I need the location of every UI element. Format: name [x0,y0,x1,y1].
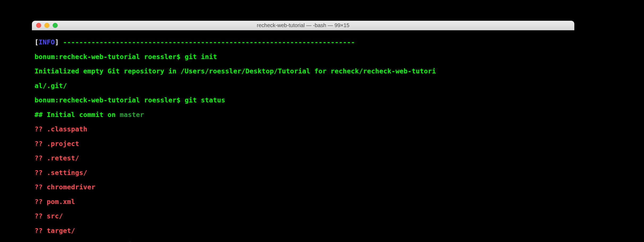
untracked-file: pom.xml [47,198,75,206]
window-title: recheck-web-tutorial — -bash — 99×15 [32,22,574,28]
untracked-file: .retest/ [47,154,79,162]
untracked-row: ?? target/ [35,227,572,234]
untracked-prefix: ?? [35,169,47,177]
untracked-row: ?? chromedriver [35,183,572,191]
bracket-close: ] [55,38,59,46]
prompt-symbol: $ [177,53,181,61]
command-git-init: git init [185,53,217,61]
minimize-icon[interactable] [44,23,49,28]
untracked-file: chromedriver [47,183,95,191]
untracked-prefix: ?? [35,227,47,235]
prompt-dir: recheck-web-tutorial [59,96,140,104]
untracked-row: ?? src/ [35,212,572,220]
prompt-line-2: bonum:recheck-web-tutorial roessler$ git… [35,97,572,104]
untracked-row: ?? .project [35,140,572,147]
status-header-prefix: ## Initial commit on [35,111,120,119]
untracked-row: ?? .retest/ [35,155,572,162]
untracked-file: src/ [47,212,63,220]
untracked-prefix: ?? [35,212,47,220]
command-git-status: git status [185,96,225,104]
prompt-symbol: $ [177,96,181,104]
prompt-host: bonum [35,53,55,61]
status-header: ## Initial commit on master [35,111,572,118]
untracked-file: .project [47,140,79,148]
untracked-prefix: ?? [35,140,47,148]
prompt-dir: recheck-web-tutorial [59,53,140,61]
titlebar: recheck-web-tutorial — -bash — 99×15 [32,21,574,30]
info-dashes: ----------------------------------------… [63,38,355,46]
info-line: [INFO] ---------------------------------… [35,39,572,46]
prompt-line-1: bonum:recheck-web-tutorial roessler$ git… [35,53,572,60]
terminal-window: recheck-web-tutorial — -bash — 99×15 [IN… [32,21,574,242]
untracked-file: target/ [47,227,75,235]
close-icon[interactable] [36,23,41,28]
zoom-icon[interactable] [53,23,58,28]
info-label: INFO [39,38,55,46]
untracked-prefix: ?? [35,125,47,133]
bracket-open: [ [35,38,39,46]
status-branch: master [120,111,144,119]
untracked-prefix: ?? [35,183,47,191]
output-init-2: al/.git/ [35,82,572,89]
prompt-host: bonum [35,96,55,104]
untracked-file: .classpath [47,125,87,133]
traffic-lights [32,23,58,28]
untracked-row: ?? pom.xml [35,198,572,205]
terminal-body[interactable]: [INFO] ---------------------------------… [32,30,574,242]
untracked-row: ?? .settings/ [35,169,572,176]
untracked-prefix: ?? [35,198,47,206]
untracked-file: .settings/ [47,169,87,177]
untracked-prefix: ?? [35,154,47,162]
untracked-row: ?? .classpath [35,126,572,133]
prompt-user: roessler [144,53,177,61]
output-init-1: Initialized empty Git repository in /Use… [35,68,572,75]
prompt-user: roessler [144,96,177,104]
